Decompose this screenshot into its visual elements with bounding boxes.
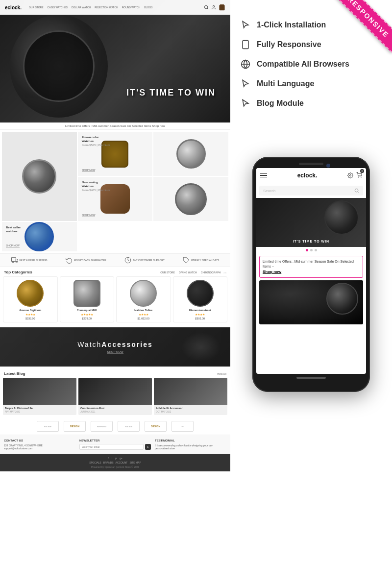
- cart-icon[interactable]: [219, 4, 225, 11]
- nav-icons[interactable]: [204, 4, 225, 11]
- blog-card-3[interactable]: At Mole Et Accumsan OCT MAY 2022: [154, 378, 227, 415]
- phone-logo: eclock.: [297, 172, 318, 179]
- feature-text-4: Multi Language: [257, 79, 314, 88]
- blog-view-all[interactable]: View All: [217, 372, 226, 375]
- product-cell-5: [153, 177, 228, 221]
- hamburger-icon[interactable]: [260, 173, 267, 178]
- phone-nav: eclock. 0: [256, 168, 366, 183]
- blog-img-3: [154, 378, 227, 405]
- phone-search-icon[interactable]: [354, 188, 359, 193]
- social-fb[interactable]: f: [108, 457, 108, 460]
- feature-deals-text: WEEKLY SPECIAL DAYS: [191, 259, 219, 262]
- category-card-3[interactable]: Habitee Tellue ★★★★ $1,032.00: [116, 276, 171, 322]
- dot-1: [306, 249, 308, 251]
- feature-shipping-text: FAST & FREE SHIPPING: [20, 259, 48, 262]
- social-gp[interactable]: g+: [120, 457, 122, 460]
- search-icon[interactable]: [204, 5, 209, 10]
- product-cell-6: Best sellerwatches SHOP NOW: [2, 222, 77, 251]
- shop-now-4[interactable]: SHOP NOW: [82, 214, 96, 217]
- phone-home-indicator[interactable]: [296, 377, 326, 379]
- responsive-badge-container: RESPONSIVE: [326, 0, 392, 66]
- svg-point-7: [16, 261, 17, 263]
- tag-icon: [183, 257, 190, 264]
- category-card-4[interactable]: Elementum Amet ★★★★ $302.00: [173, 276, 228, 322]
- shop-now-6[interactable]: SHOP NOW: [6, 244, 20, 247]
- support-icon: [124, 257, 131, 264]
- blog-card-1[interactable]: Turpis At Dictomof Fe. APR MAY 2020: [3, 378, 76, 415]
- footer-testimonial-text: It is recommending a download in designi…: [155, 444, 226, 450]
- blog-grid: Turpis At Dictomof Fe. APR MAY 2020 Cond…: [0, 378, 230, 418]
- categories-nav: OUR STORE DIVING WATCH CHRONOGRAPH › ‹: [160, 270, 226, 274]
- phone-hero: IT'S TIME TO WIN: [256, 198, 366, 247]
- blog-info-1: Turpis At Dictomof Fe. APR MAY 2020: [3, 405, 76, 415]
- dot-3: [315, 249, 317, 251]
- watch-image-3: [176, 139, 206, 169]
- phone-nav-icons: 0: [347, 171, 362, 180]
- shop-now-2[interactable]: SHOP NOW: [82, 169, 96, 172]
- promo-text: Limited-time Offers : Mid-summer Season …: [65, 124, 165, 127]
- cat-price-3: $1,032.00: [119, 317, 169, 320]
- return-icon: [66, 257, 73, 264]
- phone-promo-section: Limited-time Offers : Mid-summer Season …: [259, 256, 363, 278]
- newsletter-input[interactable]: [79, 444, 144, 450]
- blog-date-2: JUN MAY 2021: [80, 411, 150, 413]
- phone-camera: [326, 164, 330, 168]
- phone-search-bar[interactable]: Search: [259, 186, 363, 196]
- social-pi[interactable]: p: [115, 457, 117, 460]
- blog-img-1: [3, 378, 76, 405]
- newsletter-submit[interactable]: ➤: [145, 444, 151, 450]
- accessories-cta[interactable]: SHOP NOW: [107, 350, 123, 354]
- footer-bottom: f t p g+ SPECIALS BRANDS ACCOUNT SITE MA…: [0, 454, 230, 471]
- dot-2: [310, 249, 313, 251]
- phone-speaker: [299, 163, 323, 165]
- svg-point-17: [355, 189, 358, 192]
- blog-info-2: Condimentum Erat JUN MAY 2021: [78, 405, 152, 415]
- brand-5: DESIGN: [145, 421, 167, 432]
- svg-point-15: [358, 177, 359, 177]
- nav-links: OUR STORE CASIO WATCHES DOLLAR WATCH REJ…: [29, 6, 152, 9]
- accessories-title: WatchAccessories: [77, 341, 153, 348]
- user-icon[interactable]: [211, 5, 216, 10]
- phone-mockup: eclock. 0 Search: [240, 157, 382, 578]
- cat-name-2: Consequat MilF: [62, 309, 112, 312]
- cart-icon-wrapper[interactable]: [219, 4, 225, 11]
- blog-title-3: At Mole Et Accumsan: [156, 407, 225, 410]
- cat-stars-2: ★★★★★: [62, 313, 112, 316]
- newsletter-form: ➤: [79, 444, 151, 450]
- cat-name-1: Amman Digitcom: [5, 309, 55, 312]
- product-label-6: Best sellerwatches: [6, 226, 21, 234]
- hero-section: eclock. OUR STORE CASIO WATCHES DOLLAR W…: [0, 0, 230, 122]
- blog-info-3: At Mole Et Accumsan OCT MAY 2022: [154, 405, 227, 415]
- brand-3: Streetwear: [91, 421, 113, 432]
- product-cell-featured: [2, 132, 77, 221]
- category-card-2[interactable]: Consequat MilF ★★★★★ $279.00: [60, 276, 115, 322]
- watch-image-6: [24, 222, 54, 251]
- feature-text-1: 1-Click Installation: [257, 21, 326, 29]
- cat-stars-1: ★★★★: [5, 313, 55, 316]
- feature-returns-text: MONEY BACK GUARANTEE: [74, 259, 106, 262]
- phone-outer: eclock. 0 Search: [252, 157, 370, 392]
- blog-title-2: Condimentum Erat: [80, 407, 150, 410]
- category-card-1[interactable]: Amman Digitcom ★★★★ $332.00: [3, 276, 58, 322]
- social-links: f t p g+: [3, 457, 227, 460]
- footer-newsletter: NEWSLETTER ➤: [79, 439, 151, 450]
- categories-title: Top Categories: [4, 270, 32, 274]
- product-cell-3: [153, 132, 228, 176]
- blog-card-2[interactable]: Condimentum Erat JUN MAY 2021: [78, 378, 152, 415]
- mobile-icon: [240, 39, 251, 50]
- blog-date-3: OCT MAY 2022: [156, 411, 225, 413]
- feature-text-5: Blog Module: [257, 99, 304, 108]
- phone-shop-link[interactable]: Shop now: [263, 269, 360, 274]
- social-tw[interactable]: t: [112, 457, 112, 460]
- product-grid: Brown colorWatchesFrom $545 | Premium SH…: [2, 132, 228, 251]
- phone-cart-badge: 0: [360, 169, 364, 173]
- svg-point-0: [204, 5, 208, 9]
- phone-promo-text: Limited-time Offers : Mid-summer Season …: [263, 259, 360, 269]
- site-nav[interactable]: eclock. OUR STORE CASIO WATCHES DOLLAR W…: [0, 0, 230, 15]
- phone-cart-wrapper[interactable]: 0: [356, 171, 362, 180]
- footer-email: support@eclockstore.com: [4, 447, 75, 450]
- blog-date-1: APR MAY 2020: [5, 411, 74, 413]
- product-cell-2: Brown colorWatchesFrom $545 | Premium SH…: [78, 132, 153, 176]
- phone-search-placeholder: Search: [263, 189, 275, 193]
- phone-gear-icon[interactable]: [347, 172, 353, 178]
